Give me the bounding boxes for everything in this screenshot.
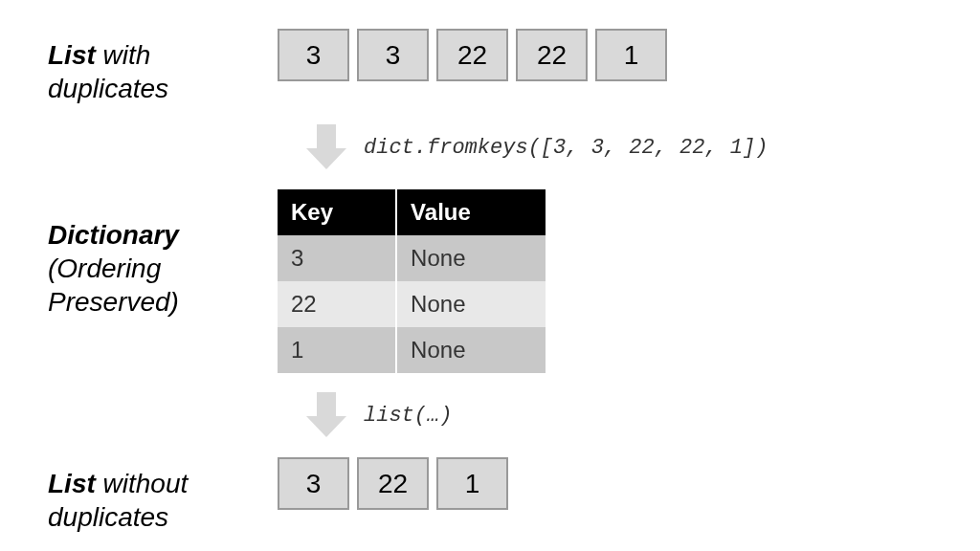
step2: list(…)	[278, 392, 932, 438]
dictionary-row: Dictionary (Ordering Preserved) Key Valu…	[48, 189, 932, 373]
arrow-down-icon	[306, 124, 346, 170]
step1: dict.fromkeys([3, 3, 22, 22, 1])	[278, 124, 932, 170]
dict-key: 1	[278, 327, 396, 373]
output-cell: 1	[436, 457, 508, 510]
dict-value: None	[396, 235, 546, 281]
output-cell: 3	[278, 457, 349, 510]
list-with-duplicates-cells: 3 3 22 22 1	[278, 29, 932, 81]
input-cell: 22	[516, 29, 588, 81]
label-list-without-duplicates: List without duplicates	[48, 457, 278, 534]
label-list-bold: List	[48, 40, 96, 70]
dict-value: None	[396, 281, 546, 327]
dict-header-key: Key	[278, 189, 396, 235]
dict-value: None	[396, 327, 546, 373]
dict-key: 3	[278, 235, 396, 281]
list-with-duplicates-row: List with duplicates 3 3 22 22 1	[48, 29, 932, 105]
dictionary-table: Key Value 3 None 22 None 1 None	[278, 189, 546, 373]
label-dictionary: Dictionary (Ordering Preserved)	[48, 189, 278, 319]
list-without-duplicates-cells: 3 22 1	[278, 457, 932, 510]
input-cells: 3 3 22 22 1	[278, 29, 932, 81]
dict-header-value: Value	[396, 189, 546, 235]
list-without-duplicates-row: List without duplicates 3 22 1	[48, 457, 932, 534]
output-cells: 3 22 1	[278, 457, 932, 510]
label-dict-rest: (Ordering Preserved)	[48, 253, 179, 317]
dictionary-table-wrap: Key Value 3 None 22 None 1 None	[278, 189, 932, 373]
step1-code: dict.fromkeys([3, 3, 22, 22, 1])	[364, 136, 768, 160]
dict-key: 22	[278, 281, 396, 327]
table-row: 22 None	[278, 281, 546, 327]
step1-row: dict.fromkeys([3, 3, 22, 22, 1])	[48, 113, 932, 182]
arrow-down-icon	[306, 392, 346, 438]
step2-code: list(…)	[364, 404, 452, 428]
label-dict-bold: Dictionary	[48, 220, 179, 250]
input-cell: 3	[278, 29, 349, 81]
input-cell: 3	[357, 29, 429, 81]
input-cell: 22	[436, 29, 508, 81]
output-cell: 22	[357, 457, 429, 510]
input-cell: 1	[595, 29, 667, 81]
label-list-with-duplicates: List with duplicates	[48, 29, 278, 105]
table-row: 3 None	[278, 235, 546, 281]
label-list-out-bold: List	[48, 469, 96, 498]
table-row: 1 None	[278, 327, 546, 373]
step2-row: list(…)	[48, 381, 932, 450]
